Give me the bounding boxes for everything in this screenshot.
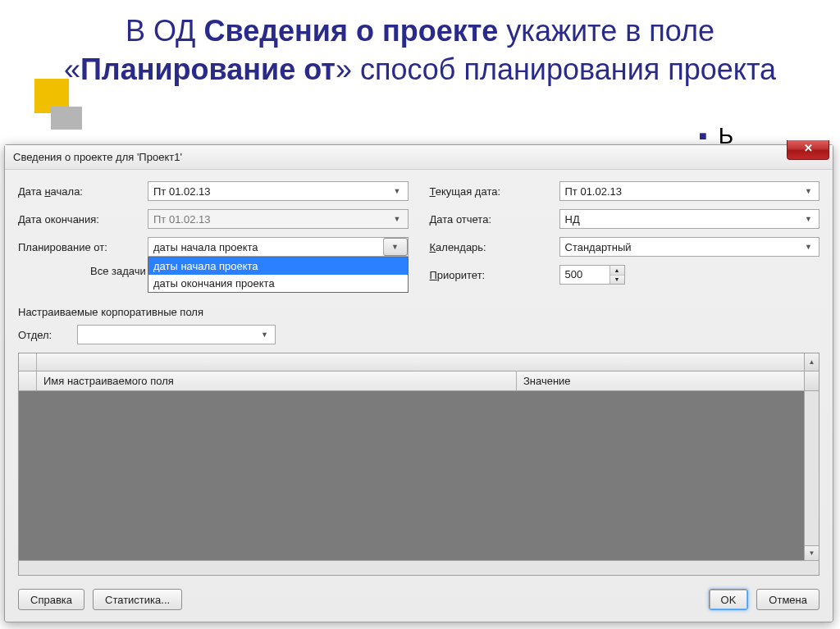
grid-corner[interactable] bbox=[19, 353, 37, 371]
plan-from-label: Планирование от: bbox=[18, 241, 148, 253]
column-value[interactable]: Значение bbox=[517, 371, 804, 390]
calendar-value: Стандартный bbox=[565, 241, 802, 253]
chevron-down-icon[interactable]: ▼ bbox=[801, 210, 815, 228]
scroll-down-icon[interactable]: ▼ bbox=[805, 545, 819, 560]
plan-from-value: даты начала проекта bbox=[153, 241, 383, 253]
column-field-name[interactable]: Имя настраиваемого поля bbox=[37, 371, 517, 390]
dialog-title: Сведения о проекте для 'Проект1' bbox=[13, 151, 182, 163]
report-date-combo[interactable]: НД ▼ bbox=[559, 209, 820, 229]
end-date-label: Дата окончания: bbox=[18, 213, 148, 226]
end-date-value: Пт 01.02.13 bbox=[153, 213, 390, 226]
plan-option-start[interactable]: даты начала проекта bbox=[148, 258, 408, 275]
cancel-button[interactable]: Отмена bbox=[756, 589, 819, 610]
current-date-label: Текущая дата: bbox=[430, 185, 559, 198]
calendar-combo[interactable]: Стандартный ▼ bbox=[559, 237, 820, 257]
chevron-down-icon[interactable]: ▼ bbox=[801, 182, 815, 200]
chevron-down-icon[interactable]: ▼ bbox=[383, 238, 408, 256]
priority-value[interactable]: 500 bbox=[560, 266, 609, 284]
spinner-up-icon[interactable]: ▲ bbox=[610, 266, 624, 276]
ok-button[interactable]: OK bbox=[709, 589, 749, 610]
plan-option-end[interactable]: даты окончания проекта bbox=[148, 275, 408, 292]
statistics-button[interactable]: Статистика... bbox=[93, 589, 182, 610]
chevron-down-icon[interactable]: ▼ bbox=[258, 326, 272, 344]
report-date-value: НД bbox=[565, 213, 802, 226]
title-part-bold: Планирование от bbox=[80, 52, 336, 86]
start-date-label: Дата начала: bbox=[18, 185, 148, 198]
custom-fields-heading: Настраиваемые корпоративные поля bbox=[18, 306, 819, 318]
current-date-combo[interactable]: Пт 01.02.13 ▼ bbox=[559, 181, 820, 201]
department-label: Отдел: bbox=[18, 329, 77, 341]
title-part: » способ планирования проекта bbox=[336, 52, 776, 86]
title-part: В ОД bbox=[126, 14, 204, 48]
grid-row-header[interactable] bbox=[19, 371, 37, 390]
end-date-combo: Пт 01.02.13 ▼ bbox=[148, 209, 409, 229]
custom-fields-table: ▲ Имя настраиваемого поля Значение ▼ bbox=[18, 353, 819, 576]
slide-title: В ОД Сведения о проекте укажите в поле «… bbox=[0, 0, 840, 93]
calendar-label: Календарь: bbox=[430, 241, 559, 253]
project-info-dialog: Сведения о проекте для 'Проект1' ✕ Дата … bbox=[4, 144, 833, 622]
start-date-value: Пт 01.02.13 bbox=[153, 185, 390, 198]
chevron-down-icon[interactable]: ▼ bbox=[801, 238, 815, 256]
priority-label: Приоритет: bbox=[430, 269, 559, 281]
department-combo[interactable]: ▼ bbox=[77, 325, 276, 344]
close-button[interactable]: ✕ bbox=[787, 140, 829, 160]
titlebar[interactable]: Сведения о проекте для 'Проект1' ✕ bbox=[5, 145, 833, 170]
current-date-value: Пт 01.02.13 bbox=[565, 185, 802, 198]
spinner-down-icon[interactable]: ▼ bbox=[610, 276, 624, 285]
chevron-down-icon[interactable]: ▼ bbox=[390, 182, 404, 200]
plan-from-dropdown: даты начала проекта даты окончания проек… bbox=[148, 257, 409, 293]
vscroll-track[interactable] bbox=[804, 371, 819, 390]
horizontal-scrollbar[interactable] bbox=[19, 560, 819, 575]
start-date-combo[interactable]: Пт 01.02.13 ▼ bbox=[148, 181, 409, 201]
title-part-bold: Сведения о проекте bbox=[204, 14, 499, 48]
priority-spinner[interactable]: 500 ▲▼ bbox=[559, 265, 625, 285]
scroll-up-icon[interactable]: ▲ bbox=[804, 353, 819, 371]
vertical-scrollbar[interactable]: ▼ bbox=[804, 391, 819, 560]
report-date-label: Дата отчета: bbox=[430, 213, 559, 226]
plan-from-combo[interactable]: даты начала проекта ▼ даты начала проект… bbox=[148, 237, 409, 257]
chevron-down-icon: ▼ bbox=[390, 210, 404, 228]
help-button[interactable]: Справка bbox=[18, 589, 84, 610]
